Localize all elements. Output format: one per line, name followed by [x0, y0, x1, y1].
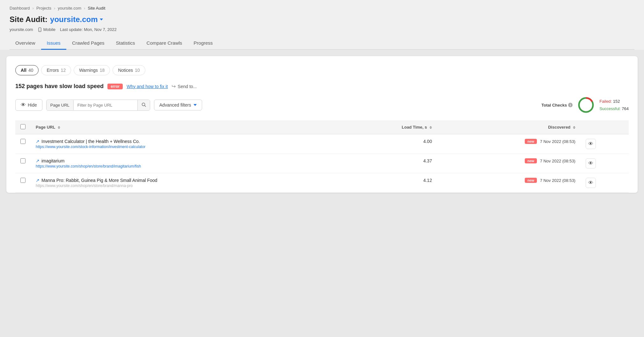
- url-filter-input[interactable]: [74, 100, 137, 110]
- filter-tab-errors[interactable]: Errors 12: [41, 65, 71, 75]
- eye-icon: 👁: [21, 102, 26, 108]
- table-row: ↗ imagitarium https://www.yoursite.com/s…: [15, 154, 629, 173]
- url-filter: Page URL: [46, 100, 150, 111]
- tab-crawled-pages[interactable]: Crawled Pages: [66, 37, 110, 50]
- tab-overview[interactable]: Overview: [10, 37, 41, 50]
- hide-label: Hide: [28, 102, 37, 108]
- row3-page-url-cell: ↗ Manna Pro: Rabbit, Guinea Pig & More S…: [31, 173, 342, 193]
- row2-discovered: new 7 Nov 2022 (08:53): [442, 158, 575, 163]
- advanced-filters-label: Advanced filters: [159, 102, 191, 108]
- page-url-header-label: Page URL: [36, 125, 55, 130]
- chevron-down-icon: [194, 104, 197, 106]
- site-name-dropdown[interactable]: yoursite.com: [50, 15, 103, 24]
- checks-stats: Failed: 152 Successful: 764: [599, 98, 629, 113]
- row2-url-link[interactable]: https://www.yoursite.com/shop/en/store/b…: [36, 164, 337, 168]
- row3-title-text: Manna Pro: Rabbit, Guinea Pig & More Sma…: [41, 178, 157, 183]
- row1-url-link[interactable]: https://www.yoursite.com/stock-informati…: [36, 145, 337, 149]
- row1-date: 7 Nov 2022 (08:53): [540, 139, 575, 144]
- breadcrumb-sep-2: ›: [54, 6, 55, 11]
- breadcrumb-site[interactable]: yoursite.com: [58, 6, 81, 11]
- success-row: Successful: 764: [599, 105, 629, 112]
- row2-new-badge: new: [525, 158, 537, 163]
- chevron-down-icon: [100, 19, 103, 20]
- row3-new-badge: new: [525, 178, 537, 183]
- page-url-sort-icon[interactable]: [58, 126, 60, 129]
- hide-button[interactable]: 👁 Hide: [15, 99, 42, 111]
- row3-url-link[interactable]: https://www.yoursite.com/shop/en/store/b…: [36, 183, 337, 188]
- filter-all-label: All: [21, 68, 26, 73]
- send-to-label: Send to...: [178, 84, 197, 89]
- issues-card: All 40 Errors 12 Warnings 18 Notices 10 …: [6, 56, 638, 193]
- row1-view-button[interactable]: 👁: [586, 139, 596, 149]
- load-time-sort-icon[interactable]: [429, 126, 432, 129]
- filter-errors-count: 12: [61, 68, 66, 73]
- filter-notices-label: Notices: [118, 68, 133, 73]
- row3-view-button[interactable]: 👁: [586, 178, 596, 188]
- failed-label: Failed:: [599, 99, 612, 104]
- filter-all-count: 40: [28, 68, 33, 73]
- filter-tab-all[interactable]: All 40: [15, 65, 39, 75]
- row1-load-time: 4.00: [342, 134, 437, 154]
- mobile-icon: [38, 27, 42, 32]
- last-update: Last update: Mon, Nov 7, 2022: [60, 27, 117, 32]
- row3-checkbox[interactable]: [20, 178, 26, 183]
- tab-compare-crawls[interactable]: Compare Crawls: [141, 37, 188, 50]
- row2-view-button[interactable]: 👁: [586, 158, 596, 168]
- toolbar-row: 👁 Hide Page URL Advanced filters: [15, 96, 629, 114]
- load-time-header-label: Load Time, s: [402, 125, 427, 130]
- tab-statistics[interactable]: Statistics: [110, 37, 141, 50]
- breadcrumb: Dashboard › Projects › yoursite.com › Si…: [10, 6, 634, 11]
- row2-date: 7 Nov 2022 (08:53): [540, 159, 575, 163]
- external-link-icon[interactable]: ↗: [36, 158, 40, 163]
- toolbar-left: 👁 Hide Page URL Advanced filters: [15, 99, 538, 111]
- fix-link[interactable]: Why and how to fix it: [127, 84, 168, 89]
- row2-title-text: imagitarium: [41, 158, 64, 163]
- filter-errors-label: Errors: [47, 68, 59, 73]
- site-name-text: yoursite.com: [50, 15, 98, 24]
- nav-tabs: Overview Issues Crawled Pages Statistics…: [10, 37, 634, 50]
- advanced-filters-button[interactable]: Advanced filters: [154, 100, 202, 110]
- tab-progress[interactable]: Progress: [188, 37, 218, 50]
- select-all-col: [15, 120, 31, 134]
- filter-warnings-label: Warnings: [79, 68, 98, 73]
- external-link-icon[interactable]: ↗: [36, 178, 40, 183]
- row2-actions-cell: 👁: [581, 154, 629, 173]
- site-meta: yoursite.com Mobile Last update: Mon, No…: [10, 27, 634, 32]
- info-icon[interactable]: i: [568, 103, 573, 107]
- tab-issues[interactable]: Issues: [41, 37, 66, 50]
- filter-tab-warnings[interactable]: Warnings 18: [74, 65, 110, 75]
- page-url-header[interactable]: Page URL: [31, 120, 342, 134]
- row1-title-text: Investment Calculator | the Health + Wel…: [41, 139, 140, 144]
- row3-date: 7 Nov 2022 (08:53): [540, 178, 575, 183]
- breadcrumb-projects[interactable]: Projects: [36, 6, 51, 11]
- row1-discovered: new 7 Nov 2022 (08:53): [442, 139, 575, 144]
- row1-new-badge: new: [525, 139, 537, 144]
- discovered-header[interactable]: Discovered: [437, 120, 581, 134]
- filter-tab-notices[interactable]: Notices 10: [113, 65, 145, 75]
- row1-page-url-cell: ↗ Investment Calculator | the Health + W…: [31, 134, 342, 154]
- table-header-row: Page URL Load Time, s: [15, 120, 629, 134]
- total-checks-text: Total Checks: [541, 103, 567, 108]
- filter-notices-count: 10: [135, 68, 140, 73]
- eye-view-icon: 👁: [588, 161, 593, 166]
- issue-title: 152 pages have slow load speed: [15, 83, 104, 90]
- row1-title: ↗ Investment Calculator | the Health + W…: [36, 139, 337, 144]
- actions-header: [581, 120, 629, 134]
- breadcrumb-dashboard[interactable]: Dashboard: [10, 6, 30, 11]
- failed-row: Failed: 152: [599, 98, 629, 105]
- toolbar-right: Total Checks i: [541, 96, 629, 114]
- row2-checkbox-cell: [15, 154, 31, 173]
- checks-donut: Total Checks i: [541, 96, 629, 114]
- load-time-header[interactable]: Load Time, s: [342, 120, 437, 134]
- discovered-sort-icon[interactable]: [573, 126, 575, 129]
- select-all-checkbox[interactable]: [20, 124, 26, 129]
- search-button[interactable]: [137, 100, 150, 110]
- table-row: ↗ Investment Calculator | the Health + W…: [15, 134, 629, 154]
- row2-checkbox[interactable]: [20, 158, 26, 163]
- send-to-button[interactable]: ↪ Send to...: [172, 83, 197, 89]
- row1-checkbox[interactable]: [20, 139, 26, 144]
- search-icon: [142, 102, 146, 107]
- site-audit-label: Site Audit:: [10, 15, 48, 24]
- issue-badge: error: [107, 84, 123, 89]
- external-link-icon[interactable]: ↗: [36, 139, 40, 144]
